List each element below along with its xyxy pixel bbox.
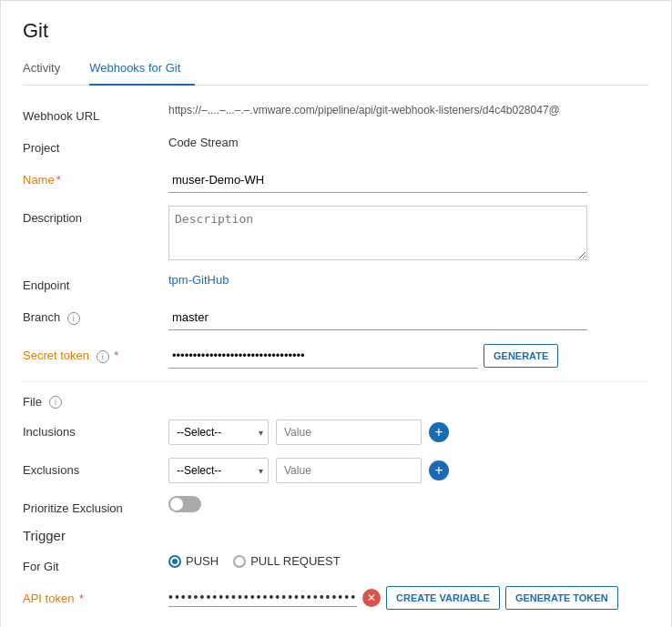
api-token-dots: •••••••••••••••••••••••••••••• bbox=[168, 590, 357, 607]
pull-radio-label[interactable]: PULL REQUEST bbox=[233, 554, 341, 568]
branch-label: Branch i bbox=[23, 305, 168, 325]
prioritize-toggle[interactable] bbox=[168, 496, 201, 512]
for-git-label: For Git bbox=[23, 554, 168, 573]
file-info-icon[interactable]: i bbox=[49, 396, 62, 409]
push-radio-label[interactable]: PUSH bbox=[168, 554, 219, 568]
webhook-url-value: https://–....–...–.–.vmware.com/pipeline… bbox=[168, 104, 560, 116]
api-token-row: API token * ••••••••••••••••••••••••••••… bbox=[23, 586, 649, 610]
endpoint-value[interactable]: tpm-GitHub bbox=[168, 273, 229, 287]
api-token-required-star: * bbox=[79, 592, 84, 605]
name-label: Name* bbox=[23, 167, 168, 187]
generate-secret-button[interactable]: GENERATE bbox=[484, 344, 558, 368]
secret-token-label: Secret token i * bbox=[23, 343, 168, 363]
webhook-url-label: Webhook URL bbox=[23, 104, 168, 123]
exclusions-add-button[interactable]: + bbox=[429, 460, 449, 480]
branch-info-icon[interactable]: i bbox=[67, 312, 80, 325]
tab-activity[interactable]: Activity bbox=[23, 54, 75, 86]
secret-token-info-icon[interactable]: i bbox=[97, 350, 109, 363]
secret-token-required-star: * bbox=[114, 349, 118, 362]
description-row: Description bbox=[23, 206, 649, 260]
inclusions-select-wrapper: --Select-- ▾ bbox=[168, 420, 269, 445]
api-token-clear-button[interactable]: ✕ bbox=[362, 589, 381, 607]
name-required-star: * bbox=[56, 173, 61, 187]
api-token-label: API token * bbox=[23, 586, 168, 605]
description-label: Description bbox=[23, 206, 168, 225]
page-title: Git bbox=[23, 19, 649, 43]
webhook-url-row: Webhook URL https://–....–...–.–.vmware.… bbox=[23, 104, 649, 123]
name-input[interactable] bbox=[168, 167, 587, 193]
exclusions-select-wrapper: --Select-- ▾ bbox=[168, 458, 269, 483]
prioritize-label: Prioritize Exclusion bbox=[23, 496, 168, 515]
pull-radio-text: PULL REQUEST bbox=[250, 554, 341, 568]
inclusions-value-input[interactable] bbox=[276, 420, 422, 445]
endpoint-row: Endpoint tpm-GitHub bbox=[23, 273, 649, 292]
for-git-row: For Git PUSH PULL REQUEST bbox=[23, 554, 649, 573]
pipeline-input-wrapper: ✕ bbox=[168, 622, 369, 627]
branch-row: Branch i bbox=[23, 305, 649, 330]
exclusions-row: Exclusions --Select-- ▾ + bbox=[23, 458, 649, 483]
project-label: Project bbox=[23, 136, 168, 155]
endpoint-label: Endpoint bbox=[23, 273, 168, 292]
description-input[interactable] bbox=[168, 206, 587, 260]
exclusions-label: Exclusions bbox=[23, 458, 168, 477]
trigger-section-title: Trigger bbox=[23, 528, 649, 543]
generate-token-button[interactable]: GENERATE TOKEN bbox=[505, 586, 618, 610]
push-radio-input[interactable] bbox=[168, 555, 181, 568]
exclusions-value-input[interactable] bbox=[276, 458, 422, 483]
exclusions-select[interactable]: --Select-- bbox=[168, 458, 269, 483]
inclusions-row: Inclusions --Select-- ▾ + bbox=[23, 420, 649, 445]
file-section-label: File i bbox=[23, 395, 649, 409]
pipeline-row: Pipeline * ✕ bbox=[23, 622, 649, 627]
push-radio-text: PUSH bbox=[186, 554, 219, 568]
inclusions-select[interactable]: --Select-- bbox=[168, 420, 269, 445]
inclusions-add-button[interactable]: + bbox=[429, 422, 449, 442]
for-git-radio-group: PUSH PULL REQUEST bbox=[168, 554, 341, 568]
project-value: Code Stream bbox=[168, 136, 239, 149]
name-row: Name* bbox=[23, 167, 649, 193]
create-variable-button[interactable]: CREATE VARIABLE bbox=[386, 586, 500, 610]
prioritize-row: Prioritize Exclusion bbox=[23, 496, 649, 515]
tab-bar: Activity Webhooks for Git bbox=[23, 54, 649, 86]
pipeline-label: Pipeline * bbox=[23, 622, 168, 627]
tab-webhooks[interactable]: Webhooks for Git bbox=[89, 54, 195, 86]
project-row: Project Code Stream bbox=[23, 136, 649, 155]
secret-token-input[interactable] bbox=[168, 343, 478, 369]
inclusions-label: Inclusions bbox=[23, 420, 168, 439]
branch-input[interactable] bbox=[168, 305, 587, 330]
toggle-slider bbox=[168, 496, 201, 512]
secret-token-row: Secret token i * GENERATE bbox=[23, 343, 649, 369]
pipeline-input[interactable] bbox=[168, 622, 352, 627]
pull-radio-input[interactable] bbox=[233, 555, 246, 568]
